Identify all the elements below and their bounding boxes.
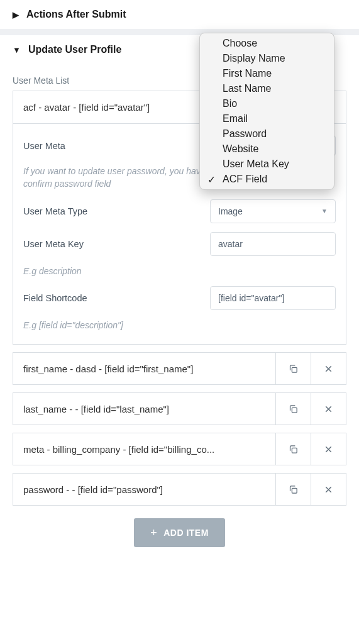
svg-rect-3: [292, 488, 297, 493]
svg-rect-2: [292, 448, 297, 453]
plus-icon: +: [150, 527, 157, 538]
meta-item-title: first_name - dasd - [field id="first_nam…: [13, 364, 275, 374]
close-icon[interactable]: [311, 433, 346, 465]
add-item-label: ADD ITEM: [163, 528, 209, 538]
field-shortcode-label: Field Shortcode: [23, 293, 210, 303]
meta-item[interactable]: meta - billing_company - [field id="bill…: [13, 433, 346, 465]
meta-item[interactable]: last_name - - [field id="last_name"]: [13, 392, 346, 425]
meta-item-title: last_name - - [field id="last_name"]: [13, 404, 275, 414]
user-meta-type-select[interactable]: Image ▼: [210, 199, 336, 223]
user-meta-type-label: User Meta Type: [23, 206, 210, 216]
close-icon[interactable]: [311, 353, 346, 384]
user-meta-label: User Meta: [23, 141, 210, 151]
field-shortcode-input[interactable]: [210, 286, 336, 310]
copy-icon[interactable]: [275, 353, 311, 384]
dropdown-option[interactable]: Last Name: [200, 81, 334, 96]
close-icon[interactable]: [311, 474, 346, 505]
field-shortcode-hint: E.g [field id="description"]: [23, 319, 336, 331]
dropdown-option[interactable]: First Name: [200, 66, 334, 81]
user-meta-key-label: User Meta Key: [23, 239, 210, 249]
add-item-row: + ADD ITEM: [13, 506, 346, 550]
meta-item-title: meta - billing_company - [field id="bill…: [13, 444, 275, 455]
dropdown-option[interactable]: Display Name: [200, 51, 334, 66]
chevron-down-icon: ▼: [13, 45, 21, 55]
svg-rect-0: [292, 367, 297, 372]
chevron-right-icon: ▶: [13, 10, 19, 19]
section-title: Actions After Submit: [26, 9, 126, 20]
copy-icon[interactable]: [275, 433, 311, 465]
dropdown-option[interactable]: Bio: [200, 96, 334, 111]
dropdown-option[interactable]: ACF Field: [200, 172, 334, 187]
meta-item-title: password - - [field id="password"]: [13, 484, 275, 495]
dropdown-option[interactable]: Email: [200, 111, 334, 126]
svg-rect-1: [292, 408, 297, 413]
user-meta-key-input[interactable]: [210, 232, 336, 256]
section-title: Update User Profile: [28, 44, 121, 55]
user-meta-type-value: Image: [218, 206, 243, 216]
dropdown-option[interactable]: Choose: [200, 36, 334, 51]
user-meta-key-hint: E.g description: [23, 265, 336, 277]
meta-item[interactable]: password - - [field id="password"]: [13, 473, 346, 506]
chevron-down-icon: ▼: [321, 208, 328, 214]
copy-icon[interactable]: [275, 393, 311, 425]
copy-icon[interactable]: [275, 474, 311, 505]
close-icon[interactable]: [311, 393, 346, 425]
actions-after-submit-section[interactable]: ▶ Actions After Submit: [0, 0, 359, 29]
dropdown-option[interactable]: Password: [200, 126, 334, 142]
user-meta-dropdown[interactable]: ChooseDisplay NameFirst NameLast NameBio…: [199, 33, 334, 190]
meta-item[interactable]: first_name - dasd - [field id="first_nam…: [13, 352, 346, 385]
dropdown-option[interactable]: Website: [200, 142, 334, 157]
dropdown-option[interactable]: User Meta Key: [200, 157, 334, 172]
add-item-button[interactable]: + ADD ITEM: [134, 518, 225, 547]
